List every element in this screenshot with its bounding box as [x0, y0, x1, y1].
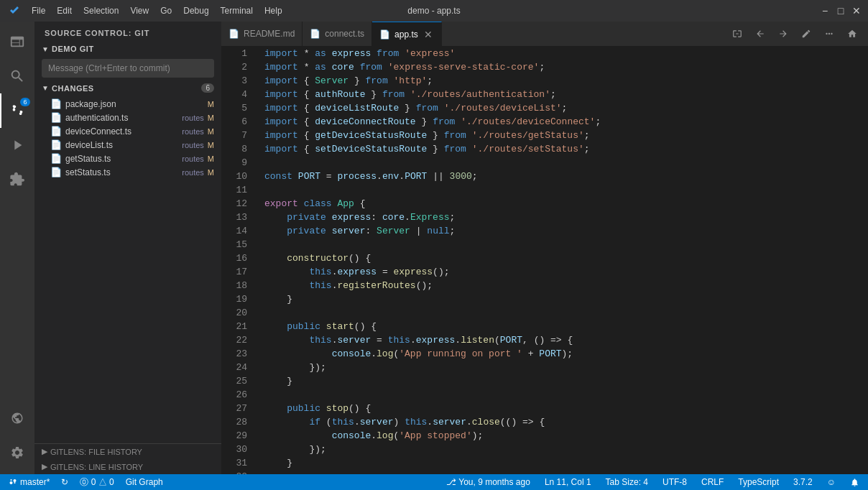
tab-readme-md[interactable]: 📄 README.md [221, 22, 303, 47]
split-editor-button[interactable] [727, 24, 747, 44]
language-mode-item[interactable]: TypeScript [735, 474, 782, 490]
file-icon: 📄 [50, 112, 62, 123]
tab-app-icon: 📄 [379, 29, 390, 40]
close-button[interactable]: ✕ [852, 6, 861, 15]
search-icon[interactable] [0, 59, 34, 93]
tab-connect-label: connect.ts [325, 29, 364, 39]
menu-file[interactable]: File [27, 4, 50, 17]
menu-go[interactable]: Go [156, 4, 176, 17]
encoding-item[interactable]: UTF-8 [660, 474, 690, 490]
branch-name: master* [20, 477, 50, 487]
maximize-button[interactable]: □ [836, 6, 845, 15]
file-item-authentication-ts[interactable]: 📄 authentication.ts routes M [34, 111, 221, 124]
remote-icon[interactable] [0, 401, 34, 435]
changes-section-header[interactable]: ▼ CHANGES 6 [34, 80, 221, 96]
demo-git-section[interactable]: ▼ DEMO GIT [34, 42, 221, 56]
menu-help[interactable]: Help [260, 4, 287, 17]
file-modified: M [208, 168, 214, 177]
git-branch-item[interactable]: master* [6, 474, 52, 490]
git-info-text: ⎇ You, 9 months ago [446, 477, 530, 487]
title-bar-left: File Edit Selection View Go Debug Termin… [7, 4, 287, 18]
file-modified: M [208, 127, 214, 136]
menu-debug[interactable]: Debug [179, 4, 213, 17]
cursor-position-item[interactable]: Ln 11, Col 1 [542, 474, 594, 490]
title-bar: File Edit Selection View Go Debug Termin… [0, 0, 868, 22]
gitlens-line-history[interactable]: ▶ GITLENS: LINE HISTORY [34, 459, 221, 474]
file-icon: 📄 [50, 167, 62, 177]
debug-icon[interactable] [0, 128, 34, 162]
changes-count: 6 [201, 83, 214, 93]
commit-message-input[interactable] [42, 59, 214, 78]
sidebar-header: SOURCE CONTROL: GIT [34, 22, 221, 42]
toggle-layout-button[interactable] [842, 24, 862, 44]
file-name: package.json [65, 99, 204, 109]
window-title: demo - app.ts [407, 6, 460, 16]
gitlens-line-chevron: ▶ [42, 462, 47, 471]
tab-app-ts[interactable]: 📄 app.ts ✕ [372, 22, 442, 47]
language-version: 3.7.2 [793, 477, 813, 487]
tab-size-item[interactable]: Tab Size: 4 [603, 474, 651, 490]
go-forward-button[interactable] [773, 24, 793, 44]
file-modified: M [208, 141, 214, 149]
feedback-icon[interactable]: ☺ [824, 474, 839, 490]
file-item-get-status-ts[interactable]: 📄 getStatus.ts routes M [34, 152, 221, 165]
language-version-item[interactable]: 3.7.2 [790, 474, 816, 490]
file-detail: routes [182, 114, 204, 122]
explorer-icon[interactable] [0, 24, 34, 59]
file-item-package-json[interactable]: 📄 package.json M [34, 97, 221, 111]
gitlens-file-history[interactable]: ▶ GITLENS: FILE HISTORY [34, 444, 221, 459]
sync-icon[interactable]: ↻ [58, 474, 71, 490]
code-editor[interactable]: 12345 678910 1112131415 1617181920 21222… [221, 47, 868, 474]
activity-bar: 6 [0, 22, 34, 474]
settings-icon[interactable] [0, 435, 34, 470]
editor-area: 📄 README.md 📄 connect.ts 📄 app.ts ✕ [221, 22, 868, 474]
tab-size-text: Tab Size: 4 [606, 477, 648, 487]
go-back-button[interactable] [750, 24, 770, 44]
line-ending-text: CRLF [701, 477, 724, 487]
demo-git-label: DEMO GIT [52, 45, 214, 53]
open-changes-button[interactable] [796, 24, 816, 44]
changes-chevron: ▼ [42, 84, 49, 92]
git-graph-item[interactable]: Git Graph [123, 474, 166, 490]
minimize-button[interactable]: − [821, 6, 829, 15]
encoding-text: UTF-8 [662, 477, 687, 487]
line-ending-item[interactable]: CRLF [698, 474, 726, 490]
source-control-badge: 6 [20, 98, 30, 106]
file-name: getStatus.ts [65, 154, 178, 164]
gitlens-line-label: GITLENS: LINE HISTORY [50, 463, 143, 471]
tab-app-close[interactable]: ✕ [423, 28, 434, 41]
gitlens-file-chevron: ▶ [42, 447, 47, 456]
menu-view[interactable]: View [126, 4, 153, 17]
cursor-position: Ln 11, Col 1 [545, 477, 591, 487]
tab-readme-icon: 📄 [228, 29, 239, 39]
app-body: 6 SOURCE CONTROL: GIT ▼ DEMO GIT ▼ CHAN [0, 22, 868, 474]
file-item-set-status-ts[interactable]: 📄 setStatus.ts routes M [34, 165, 221, 179]
git-info-item[interactable]: ⎇ You, 9 months ago [443, 474, 533, 490]
notifications-text: ⓪ 0 △ 0 [80, 476, 114, 489]
file-detail: routes [182, 154, 204, 163]
menu-edit[interactable]: Edit [52, 4, 76, 17]
feedback-symbol: ☺ [827, 477, 836, 487]
file-detail: routes [182, 141, 204, 149]
file-detail: routes [182, 127, 204, 136]
file-name: deviceList.ts [65, 140, 178, 150]
menu-terminal[interactable]: Terminal [216, 4, 257, 17]
file-modified: M [208, 154, 214, 163]
tab-readme-label: README.md [244, 29, 295, 39]
menu-selection[interactable]: Selection [79, 4, 123, 17]
file-item-device-list-ts[interactable]: 📄 deviceList.ts routes M [34, 138, 221, 152]
status-right: ⎇ You, 9 months ago Ln 11, Col 1 Tab Siz… [443, 474, 862, 490]
changes-file-list: 📄 package.json M 📄 authentication.ts rou… [34, 96, 221, 180]
gitlens-file-label: GITLENS: FILE HISTORY [50, 448, 142, 456]
tab-connect-ts[interactable]: 📄 connect.ts [303, 22, 372, 47]
file-item-device-connect-ts[interactable]: 📄 deviceConnect.ts routes M [34, 124, 221, 138]
vscode-logo [7, 4, 22, 18]
file-detail: routes [182, 168, 204, 177]
bell-icon[interactable] [847, 474, 862, 490]
source-control-icon[interactable]: 6 [0, 93, 34, 128]
tab-bar: 📄 README.md 📄 connect.ts 📄 app.ts ✕ [221, 22, 868, 47]
notifications-item[interactable]: ⓪ 0 △ 0 [77, 474, 116, 490]
more-actions-button[interactable] [819, 24, 839, 44]
extensions-icon[interactable] [0, 162, 34, 197]
tab-app-label: app.ts [394, 29, 418, 40]
